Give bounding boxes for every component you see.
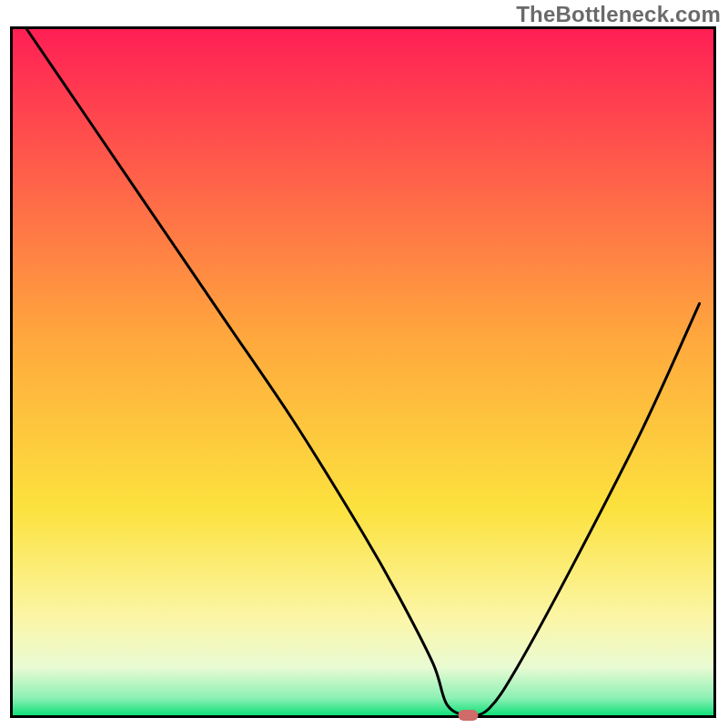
watermark-text: TheBottleneck.com	[516, 2, 721, 27]
chart-svg	[0, 0, 728, 728]
bottleneck-chart: TheBottleneck.com	[0, 0, 728, 728]
optimal-marker	[459, 710, 479, 721]
chart-background	[13, 29, 713, 715]
